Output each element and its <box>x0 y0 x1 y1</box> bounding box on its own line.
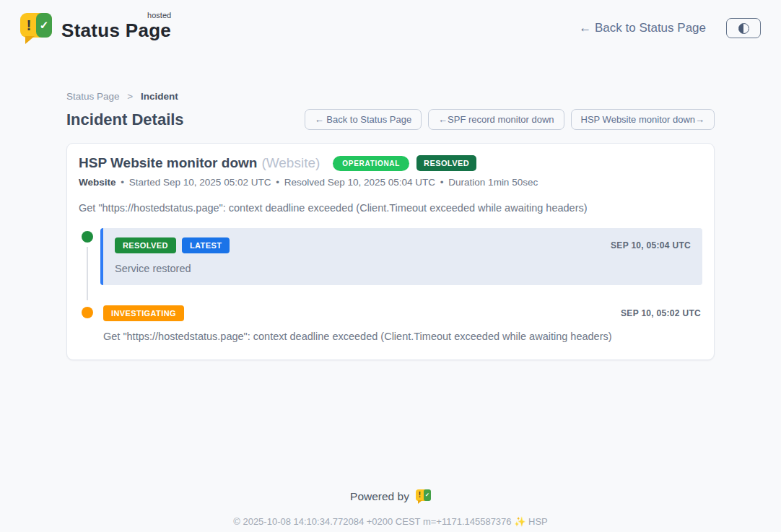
powered-by-label: Powered by <box>350 490 409 503</box>
incident-card-header: HSP Website monitor down (Website) OPERA… <box>79 155 702 171</box>
status-page-logo-icon: ! ✓ <box>20 12 53 45</box>
meta-duration: Duration 1min 50sec <box>448 177 538 188</box>
powered-by: Powered by ! ✓ <box>350 489 431 504</box>
incident-description: Get "https://hostedstatus.page": context… <box>79 202 702 214</box>
checkmark-icon: ✓ <box>36 13 52 38</box>
timeline-badges: RESOLVEDLATEST <box>115 237 230 253</box>
brand-superscript: hosted <box>147 11 171 19</box>
timeline-status-badge: RESOLVED <box>115 237 176 253</box>
timeline-dot-icon <box>82 231 93 243</box>
previous-incident-button[interactable]: ←SPF record monitor down <box>428 109 564 130</box>
breadcrumb-status-page[interactable]: Status Page <box>66 91 120 102</box>
incident-card: HSP Website monitor down (Website) OPERA… <box>66 143 715 360</box>
header-back-link[interactable]: ← Back to Status Page <box>579 21 706 35</box>
header-actions: ← Back to Status Page <box>579 18 761 38</box>
incident-meta: Website • Started Sep 10, 2025 05:02 UTC… <box>79 177 702 188</box>
resolved-badge: RESOLVED <box>416 155 476 171</box>
meta-component-name: Website <box>79 177 116 188</box>
meta-separator: • <box>440 177 444 188</box>
breadcrumb-incident: Incident <box>141 91 178 102</box>
timeline-message: Service restored <box>115 263 691 274</box>
exclamation-icon: ! <box>416 489 424 501</box>
meta-separator: • <box>121 177 124 188</box>
timeline-message: Get "https://hostedstatus.page": context… <box>103 331 701 342</box>
incident-title: HSP Website monitor down <box>79 155 257 171</box>
incident-component: (Website) <box>261 155 320 171</box>
timeline-status-badge: INVESTIGATING <box>103 305 184 321</box>
brand-logo[interactable]: ! ✓ Status Page hosted <box>20 12 171 45</box>
back-to-status-page-button[interactable]: ← Back to Status Page <box>305 109 422 130</box>
timeline-status-badge: LATEST <box>182 237 230 253</box>
timeline-timestamp: SEP 10, 05:02 UTC <box>621 308 701 318</box>
copyright-line: © 2025-10-08 14:10:34.772084 +0200 CEST … <box>0 516 781 527</box>
timeline-item-header: INVESTIGATING SEP 10, 05:02 UTC <box>103 305 701 321</box>
breadcrumb-separator: > <box>127 91 133 102</box>
timeline-item: INVESTIGATING SEP 10, 05:02 UTC Get "htt… <box>79 304 702 342</box>
status-page-mini-logo-icon[interactable]: ! ✓ <box>416 489 431 504</box>
operational-badge: OPERATIONAL <box>333 156 409 171</box>
timeline: RESOLVEDLATEST SEP 10, 05:04 UTC Service… <box>79 228 702 342</box>
meta-started: Started Sep 10, 2025 05:02 UTC <box>129 177 271 188</box>
site-footer: Powered by ! ✓ © 2025-10-08 14:10:34.772… <box>0 489 781 532</box>
site-header: ! ✓ Status Page hosted ← Back to Status … <box>0 0 781 55</box>
meta-separator: • <box>276 177 279 188</box>
next-incident-button[interactable]: HSP Website monitor down→ <box>571 109 715 130</box>
exclamation-icon: ! <box>20 13 38 38</box>
brand-name: Status Page <box>61 19 171 41</box>
timeline-dot-column <box>79 304 100 342</box>
timeline-content: RESOLVEDLATEST SEP 10, 05:04 UTC Service… <box>100 228 702 285</box>
timeline-timestamp: SEP 10, 05:04 UTC <box>611 240 691 250</box>
contrast-icon <box>738 23 749 34</box>
title-row: Incident Details ← Back to Status Page ←… <box>66 109 715 130</box>
timeline-dot-icon <box>82 307 93 318</box>
page-title: Incident Details <box>66 110 184 129</box>
timeline-item: RESOLVEDLATEST SEP 10, 05:04 UTC Service… <box>79 228 702 285</box>
checkmark-icon: ✓ <box>424 489 431 501</box>
brand-name-wrap: Status Page hosted <box>61 12 171 42</box>
main-content: Status Page > Incident Incident Details … <box>66 91 715 360</box>
timeline-content: INVESTIGATING SEP 10, 05:02 UTC Get "htt… <box>100 304 702 342</box>
breadcrumb: Status Page > Incident <box>66 91 715 102</box>
timeline-item-header: RESOLVEDLATEST SEP 10, 05:04 UTC <box>115 237 691 253</box>
meta-resolved: Resolved Sep 10, 2025 05:04 UTC <box>284 177 435 188</box>
incident-nav-buttons: ← Back to Status Page ←SPF record monito… <box>305 109 715 130</box>
timeline-badges: INVESTIGATING <box>103 305 184 321</box>
timeline-dot-column <box>79 228 100 285</box>
theme-toggle-button[interactable] <box>726 18 761 38</box>
